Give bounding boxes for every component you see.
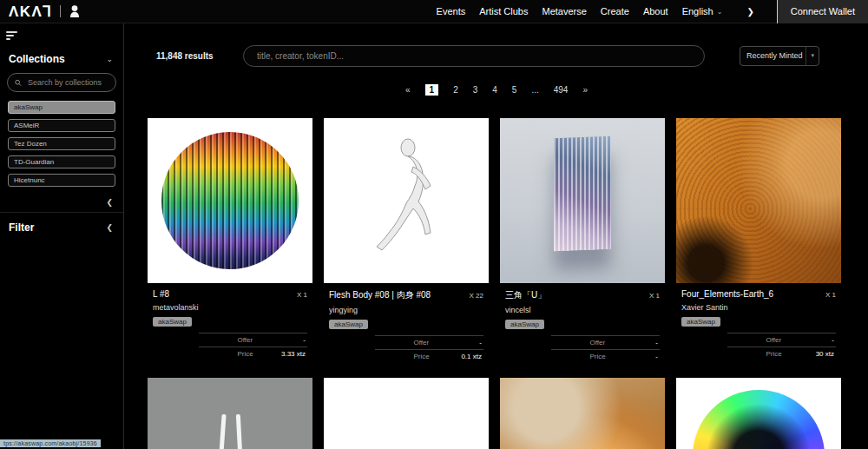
nft-card[interactable] xyxy=(500,378,665,449)
nft-card[interactable] xyxy=(324,378,489,449)
edition-count: X 22 xyxy=(470,292,483,300)
navbar-chevron-right-icon[interactable]: ❯ xyxy=(736,7,762,17)
price-label: Price xyxy=(238,350,253,358)
collections-search-input[interactable] xyxy=(26,77,108,88)
price-label: Price xyxy=(590,353,606,360)
chevron-left-icon[interactable]: ❮ xyxy=(106,198,113,207)
nft-image[interactable] xyxy=(324,118,489,283)
nft-image[interactable] xyxy=(676,378,841,449)
card-stats: Offer - Price 30 xtz xyxy=(681,333,836,360)
collection-list: akaSwap ASMeiR Tez Dozen TD-Guardian Hic… xyxy=(0,101,123,187)
pagination-page-4[interactable]: 4 xyxy=(492,85,497,95)
status-link-preview: tps://akaswap.com/akaobj/15936 xyxy=(0,439,101,447)
edition-count: X 1 xyxy=(649,292,660,300)
nft-title[interactable]: L #8 xyxy=(153,289,169,299)
pagination-page-3[interactable]: 3 xyxy=(473,85,478,95)
collection-item-asmeir[interactable]: ASMeiR xyxy=(8,119,115,132)
language-label: English xyxy=(682,6,713,17)
card-info: L #8 X 1 metavolanski akaSwap Offer - Pr… xyxy=(148,283,312,360)
language-selector[interactable]: English ⌄ xyxy=(682,6,723,17)
pagination-first-button[interactable]: « xyxy=(405,85,411,95)
price-row: Price 0.1 xtz xyxy=(375,349,483,363)
search-icon xyxy=(15,79,22,87)
price-value: 3.33 xtz xyxy=(281,350,306,358)
pagination-page-2[interactable]: 2 xyxy=(453,85,458,95)
price-value: - xyxy=(655,353,658,360)
collection-item-tez-dozen[interactable]: Tez Dozen xyxy=(8,137,115,150)
collection-tag[interactable]: akaSwap xyxy=(329,320,368,329)
offer-row: Offer - xyxy=(727,333,836,347)
top-navbar: ΛKΛ⅂ Events Artist Clubs Metaverse Creat… xyxy=(0,0,868,23)
creator-name[interactable]: metavolanski xyxy=(153,303,307,312)
pagination-page-494[interactable]: 494 xyxy=(554,85,569,95)
collection-item-hicetnunc[interactable]: Hicetnunc xyxy=(8,174,115,187)
nft-card[interactable] xyxy=(148,378,312,449)
filter-sliders-icon[interactable] xyxy=(0,23,17,42)
nav-item-metaverse[interactable]: Metaverse xyxy=(542,6,587,17)
chevron-down-icon: ⌄ xyxy=(106,55,113,63)
sidebar: Collections ⌄ akaSwap ASMeiR Tez Dozen T… xyxy=(0,23,124,449)
nft-title[interactable]: Flesh Body #08 | 肉身 #08 xyxy=(329,289,431,301)
nft-card[interactable]: 三角「U」 X 1 vincelsl akaSwap Offer - Price… xyxy=(500,118,665,363)
edition-count: X 1 xyxy=(825,291,836,299)
sort-dropdown[interactable]: Recently Minted ▾ xyxy=(740,46,819,66)
artwork-glitch-circle xyxy=(161,132,299,269)
card-info: Four_Elements-Earth_6 X 1 Xavier Santin … xyxy=(676,283,841,360)
artwork-rainbow-circle xyxy=(693,390,825,449)
nft-image[interactable] xyxy=(500,378,665,449)
offer-label: Offer xyxy=(590,339,606,347)
nft-image[interactable] xyxy=(676,118,841,283)
main-content: 11,848 results Recently Minted ▾ « 1 2 3… xyxy=(125,23,868,449)
card-stats: Offer - Price 0.1 xtz xyxy=(329,335,483,363)
nft-card[interactable]: Four_Elements-Earth_6 X 1 Xavier Santin … xyxy=(676,118,841,363)
pagination-ellipsis: ... xyxy=(531,85,538,95)
nft-card[interactable] xyxy=(676,378,841,449)
artwork-wireframe-figure xyxy=(363,135,450,266)
collection-tag[interactable]: akaSwap xyxy=(505,320,544,329)
collection-item-akaswap[interactable]: akaSwap xyxy=(8,101,115,114)
nav-item-artist-clubs[interactable]: Artist Clubs xyxy=(479,6,528,17)
logo[interactable]: ΛKΛ⅂ xyxy=(9,3,52,21)
creator-name[interactable]: Xavier Santin xyxy=(681,303,836,312)
pagination-page-5[interactable]: 5 xyxy=(512,85,517,95)
artist-bust-icon[interactable] xyxy=(69,4,81,18)
collections-section-header[interactable]: Collections ⌄ xyxy=(0,45,123,73)
collections-label: Collections xyxy=(9,53,65,65)
offer-row: Offer - xyxy=(551,335,660,349)
collection-tag[interactable]: akaSwap xyxy=(681,317,720,327)
token-search-input[interactable] xyxy=(255,50,693,62)
offer-row: Offer - xyxy=(199,333,307,347)
offer-value: - xyxy=(479,339,482,347)
results-toolbar: 11,848 results Recently Minted ▾ xyxy=(156,44,868,67)
nft-card[interactable]: L #8 X 1 metavolanski akaSwap Offer - Pr… xyxy=(148,118,312,363)
nft-title[interactable]: 三角「U」 xyxy=(505,289,546,301)
nft-image[interactable] xyxy=(148,118,312,283)
nav-item-events[interactable]: Events xyxy=(437,6,466,17)
nav-item-create[interactable]: Create xyxy=(601,6,629,17)
price-label: Price xyxy=(766,350,782,358)
price-row: Price 30 xtz xyxy=(727,347,836,360)
price-label: Price xyxy=(414,353,430,360)
nft-image[interactable] xyxy=(148,378,312,449)
creator-name[interactable]: yingying xyxy=(329,306,483,314)
nft-title[interactable]: Four_Elements-Earth_6 xyxy=(681,289,773,299)
token-search-box xyxy=(243,45,705,67)
creator-name[interactable]: vincelsl xyxy=(505,306,660,314)
connect-wallet-button[interactable]: Connect Wallet xyxy=(777,0,868,23)
nft-grid: L #8 X 1 metavolanski akaSwap Offer - Pr… xyxy=(148,118,868,449)
filter-label: Filter xyxy=(9,221,34,234)
nft-card[interactable]: Flesh Body #08 | 肉身 #08 X 22 yingying ak… xyxy=(324,118,489,363)
nav-item-about[interactable]: About xyxy=(643,6,668,17)
nft-image[interactable] xyxy=(324,378,489,449)
filter-section-header[interactable]: Filter ❮ xyxy=(0,212,123,242)
card-info: Flesh Body #08 | 肉身 #08 X 22 yingying ak… xyxy=(324,283,489,363)
collection-item-td-guardian[interactable]: TD-Guardian xyxy=(8,155,115,168)
card-info: 三角「U」 X 1 vincelsl akaSwap Offer - Price… xyxy=(500,283,665,363)
sort-selected-value: Recently Minted xyxy=(746,51,803,60)
price-row: Price 3.33 xtz xyxy=(199,347,307,360)
collections-collapse-row: ❮ xyxy=(0,192,123,212)
nft-image[interactable] xyxy=(500,118,665,283)
collection-tag[interactable]: akaSwap xyxy=(153,317,192,327)
pagination-page-1[interactable]: 1 xyxy=(425,84,439,96)
pagination-last-button[interactable]: » xyxy=(582,85,588,95)
